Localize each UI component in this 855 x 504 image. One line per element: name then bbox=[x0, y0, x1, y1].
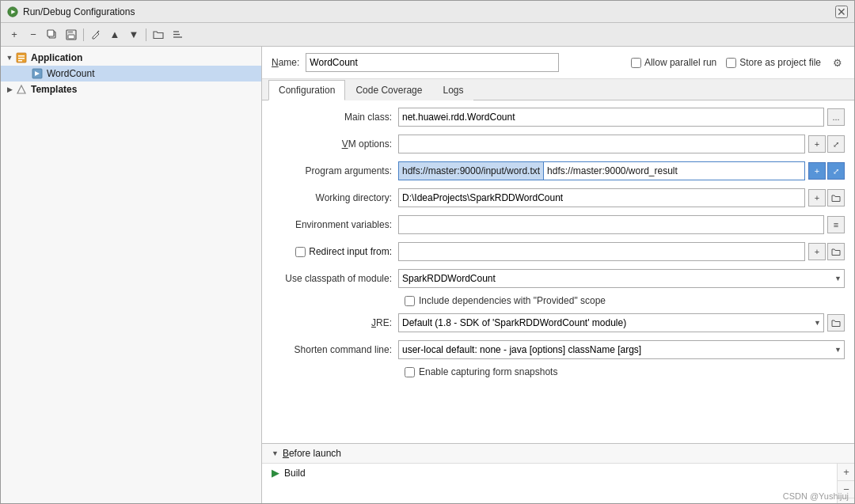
redirect-input-field[interactable] bbox=[398, 242, 805, 261]
wordcount-label: WordCount bbox=[47, 68, 94, 79]
toolbar: + − ▲ ▼ bbox=[1, 23, 854, 47]
enable-snapshots-checkbox[interactable] bbox=[405, 367, 415, 377]
title-bar: Run/Debug Configurations ✕ bbox=[1, 1, 854, 23]
redirect-input-label[interactable]: Redirect input from: bbox=[309, 246, 392, 257]
svg-rect-13 bbox=[18, 58, 25, 59]
main-class-browse-button[interactable]: ... bbox=[827, 108, 845, 126]
program-arguments-container: hdfs://master:9000/input/word.txt hdfs:/… bbox=[398, 161, 805, 180]
tree-item-application[interactable]: ▼ Application bbox=[1, 50, 261, 66]
redirect-browse-button[interactable] bbox=[827, 243, 845, 260]
working-directory-input[interactable] bbox=[398, 188, 805, 207]
before-launch-header[interactable]: ▼ Before launch bbox=[262, 444, 854, 464]
redirect-input-actions: + bbox=[808, 243, 845, 260]
watermark: CSDN @Yushijuj bbox=[783, 491, 849, 501]
sort-button[interactable] bbox=[169, 26, 186, 44]
store-as-project-label[interactable]: Store as project file bbox=[739, 57, 821, 68]
svg-rect-12 bbox=[18, 55, 25, 57]
working-directory-label: Working directory: bbox=[272, 192, 398, 203]
window-title: Run/Debug Configurations bbox=[23, 6, 135, 17]
enable-snapshots-label[interactable]: Enable capturing form snapshots bbox=[419, 366, 557, 377]
jre-actions bbox=[827, 314, 845, 332]
add-configuration-button[interactable]: + bbox=[6, 26, 23, 44]
tab-logs[interactable]: Logs bbox=[432, 80, 473, 100]
jre-dropdown-wrapper: Default (1.8 - SDK of 'SparkRDDWordCount… bbox=[398, 313, 824, 332]
application-label: Application bbox=[31, 52, 82, 63]
program-arg-segment2[interactable]: hdfs://master:9000/word_result bbox=[544, 162, 681, 180]
jre-select[interactable]: Default (1.8 - SDK of 'SparkRDDWordCount… bbox=[398, 313, 824, 332]
edit-configuration-button[interactable] bbox=[87, 26, 104, 44]
program-arguments-label: Program arguments: bbox=[272, 165, 398, 176]
tree-item-wordcount[interactable]: WordCount bbox=[1, 66, 261, 81]
before-launch-add-button[interactable]: + bbox=[838, 464, 854, 481]
expand-arrow-application: ▼ bbox=[4, 52, 15, 63]
store-as-project-checkbox[interactable] bbox=[726, 58, 736, 68]
environment-variables-label: Environment variables: bbox=[272, 219, 398, 230]
redirect-input-row: Redirect input from: + bbox=[272, 241, 845, 262]
remove-configuration-button[interactable]: − bbox=[25, 26, 42, 44]
move-down-button[interactable]: ▼ bbox=[125, 26, 142, 44]
working-directory-actions: + bbox=[808, 189, 845, 207]
before-launch-arrow: ▼ bbox=[272, 449, 279, 457]
build-label: Build bbox=[284, 468, 306, 479]
env-vars-edit-button[interactable]: ≡ bbox=[827, 216, 845, 233]
store-as-project-group: Store as project file bbox=[726, 57, 821, 68]
vm-options-input[interactable] bbox=[398, 135, 805, 153]
program-args-expand-button[interactable]: + bbox=[808, 162, 826, 180]
name-field-label: Name: bbox=[272, 57, 299, 68]
tab-code-coverage[interactable]: Code Coverage bbox=[345, 80, 432, 100]
working-directory-row: Working directory: + bbox=[272, 188, 845, 208]
allow-parallel-label[interactable]: Allow parallel run bbox=[644, 57, 716, 68]
close-button[interactable]: ✕ bbox=[835, 6, 848, 18]
right-panel: Name: Allow parallel run Store as projec… bbox=[262, 47, 854, 503]
redirect-add-button[interactable]: + bbox=[808, 243, 826, 260]
shorten-command-select[interactable]: user-local default: none - java [options… bbox=[398, 340, 845, 359]
svg-marker-17 bbox=[17, 85, 25, 93]
before-launch-body: ▶ Build + − bbox=[262, 464, 854, 503]
include-dependencies-row: Include dependencies with "Provided" sco… bbox=[272, 295, 845, 306]
templates-label: Templates bbox=[31, 84, 77, 95]
program-arg-segment1[interactable]: hdfs://master:9000/input/word.txt bbox=[399, 162, 544, 180]
save-configuration-button[interactable] bbox=[63, 26, 80, 44]
before-launch-section: ▼ Before launch ▶ Build + − bbox=[262, 443, 854, 503]
toolbar-separator-2 bbox=[146, 28, 146, 41]
svg-rect-3 bbox=[48, 30, 54, 36]
toolbar-separator-1 bbox=[83, 28, 84, 41]
vm-options-maximize-button[interactable]: ⤢ bbox=[827, 135, 845, 153]
open-folder-button[interactable] bbox=[150, 26, 167, 44]
include-dependencies-label[interactable]: Include dependencies with "Provided" sco… bbox=[419, 295, 606, 306]
wordcount-spacer bbox=[20, 68, 31, 79]
environment-variables-input[interactable] bbox=[398, 215, 824, 234]
main-class-row: Main class: ... bbox=[272, 107, 845, 127]
vm-options-actions: + ⤢ bbox=[808, 135, 845, 153]
classpath-select[interactable]: SparkRDDWordCount bbox=[398, 269, 845, 288]
tab-configuration[interactable]: Configuration bbox=[268, 80, 345, 100]
tree-item-templates[interactable]: ▶ Templates bbox=[1, 81, 261, 97]
vm-options-label: VM options: bbox=[272, 138, 398, 150]
jre-row: JRE: Default (1.8 - SDK of 'SparkRDDWord… bbox=[272, 313, 845, 333]
run-icon bbox=[7, 6, 18, 17]
gear-settings-button[interactable]: ⚙ bbox=[830, 55, 845, 70]
move-up-button[interactable]: ▲ bbox=[106, 26, 124, 44]
vm-options-expand-button[interactable]: + bbox=[808, 135, 826, 153]
wordcount-icon bbox=[31, 67, 44, 80]
program-args-maximize-button[interactable]: ⤢ bbox=[827, 162, 845, 180]
shorten-command-row: Shorten command line: user-local default… bbox=[272, 339, 845, 360]
allow-parallel-checkbox[interactable] bbox=[631, 58, 641, 68]
name-input[interactable] bbox=[306, 53, 559, 72]
working-dir-browse-button[interactable] bbox=[827, 189, 845, 207]
form-area: Main class: ... VM options: + ⤢ bbox=[262, 100, 854, 443]
use-classpath-label: Use classpath of module: bbox=[272, 273, 398, 284]
main-class-input[interactable] bbox=[398, 108, 824, 127]
name-options: Allow parallel run Store as project file… bbox=[631, 55, 845, 70]
include-dependencies-checkbox[interactable] bbox=[405, 296, 415, 306]
shorten-command-label: Shorten command line: bbox=[272, 344, 398, 355]
redirect-input-checkbox[interactable] bbox=[295, 247, 306, 257]
build-run-icon: ▶ bbox=[272, 467, 279, 479]
build-list-item: ▶ Build bbox=[262, 464, 837, 482]
copy-configuration-button[interactable] bbox=[44, 26, 61, 44]
shorten-command-wrapper: user-local default: none - java [options… bbox=[398, 340, 845, 359]
working-dir-add-button[interactable]: + bbox=[808, 189, 826, 207]
classpath-dropdown-wrapper: SparkRDDWordCount ▼ bbox=[398, 269, 845, 288]
svg-rect-6 bbox=[68, 35, 74, 39]
jre-browse-button[interactable] bbox=[827, 314, 845, 332]
